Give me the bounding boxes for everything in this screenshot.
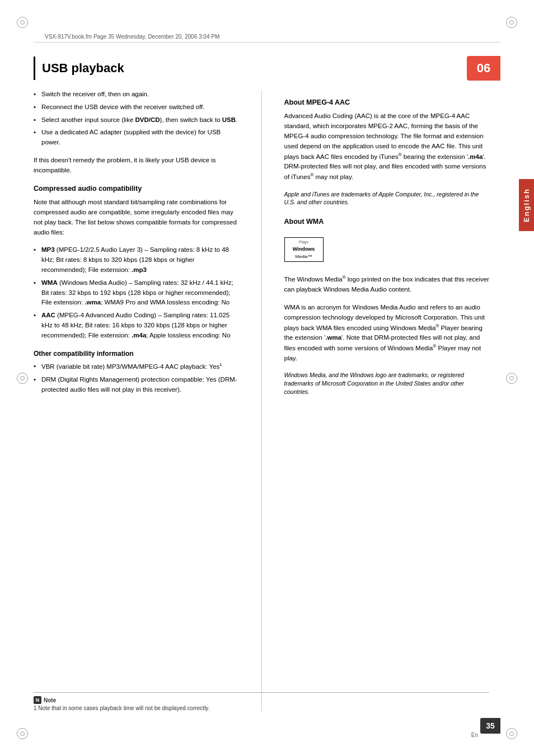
column-divider [261, 90, 262, 711]
note-section: N Note 1 Note that in some cases playbac… [34, 692, 489, 711]
right-column: About MPEG-4 AAC Advanced Audio Coding (… [284, 90, 490, 711]
page-number-box: 35 [480, 718, 500, 734]
wma-text1: The Windows Media® logo printed on the b… [284, 274, 490, 294]
bullet-4: Use a dedicated AC adapter (supplied wit… [34, 128, 239, 148]
wma-logo-media: Media™ [296, 253, 312, 260]
mpeg4-text: Advanced Audio Coding (AAC) is at the co… [284, 111, 490, 182]
compressed-intro: Note that although most standard bit/sam… [34, 198, 239, 237]
reg-mark-ml [17, 373, 28, 384]
wma-logo-windows: Windows [293, 246, 315, 253]
intro-bullets: Switch the receiver off, then on again. … [34, 90, 239, 148]
note-label-text: Note [44, 697, 56, 703]
file-info: VSX-917V.book.fm Page 35 Wednesday, Dece… [34, 34, 500, 40]
other-bullets: VBR (variable bit rate) MP3/WMA/MPEG-4 A… [34, 361, 239, 395]
other-heading: Other compatibility information [34, 349, 239, 359]
compressed-heading: Compressed audio compatibility [34, 184, 239, 194]
wma-text2: WMA is an acronym for Windows Media Audi… [284, 303, 490, 364]
wma-heading: About WMA [284, 217, 490, 227]
reg-mark-bl [17, 728, 28, 739]
reg-mark-tl [17, 17, 28, 28]
mpeg4-italic: Apple and iTunes are trademarks of Apple… [284, 190, 490, 206]
note-text: 1 Note that in some cases playback time … [34, 705, 209, 711]
format-list: MP3 (MPEG-1/2/2.5 Audio Layer 3) – Sampl… [34, 245, 239, 340]
header-bar: VSX-917V.book.fm Page 35 Wednesday, Dece… [34, 34, 500, 43]
reg-mark-mr [506, 373, 517, 384]
wma-italic: Windows Media, and the Windows logo are … [284, 371, 490, 396]
reg-mark-tr [506, 17, 517, 28]
title-section: USB playback 06 [34, 56, 500, 81]
left-column: Switch the receiver off, then on again. … [34, 90, 239, 711]
note-label: N Note [34, 696, 489, 704]
content-area: Switch the receiver off, then on again. … [34, 90, 489, 711]
bullet-2: Reconnect the USB device with the receiv… [34, 102, 239, 112]
mpeg4-heading: About MPEG-4 AAC [284, 97, 490, 108]
wma-logo-box: Plays Windows Media™ [284, 237, 324, 262]
wma-logo-container: Plays Windows Media™ [284, 232, 490, 267]
format-aac: AAC (MPEG-4 Advanced Audio Coding) – Sam… [34, 311, 239, 340]
title-wrapper: USB playback [34, 57, 124, 80]
page-title: USB playback [34, 57, 124, 80]
wma-logo-plays: Plays [299, 240, 308, 246]
intro-text: If this doesn't remedy the problem, it i… [34, 156, 239, 176]
page-number-en: En [471, 732, 478, 738]
bullet-1: Switch the receiver off, then on again. [34, 90, 239, 100]
note-icon: N [34, 696, 41, 704]
reg-mark-br [506, 728, 517, 739]
format-mp3: MP3 (MPEG-1/2/2.5 Audio Layer 3) – Sampl… [34, 245, 239, 275]
format-wma: WMA (Windows Media Audio) – Sampling rat… [34, 278, 239, 308]
bullet-3: Select another input source (like DVD/CD… [34, 115, 239, 125]
other-bullet-1: VBR (variable bit rate) MP3/WMA/MPEG-4 A… [34, 361, 239, 372]
language-tab: English [519, 179, 534, 231]
other-bullet-2: DRM (Digital Rights Management) protecti… [34, 375, 239, 395]
chapter-badge: 06 [467, 56, 500, 81]
page-container: VSX-917V.book.fm Page 35 Wednesday, Dece… [0, 0, 534, 756]
